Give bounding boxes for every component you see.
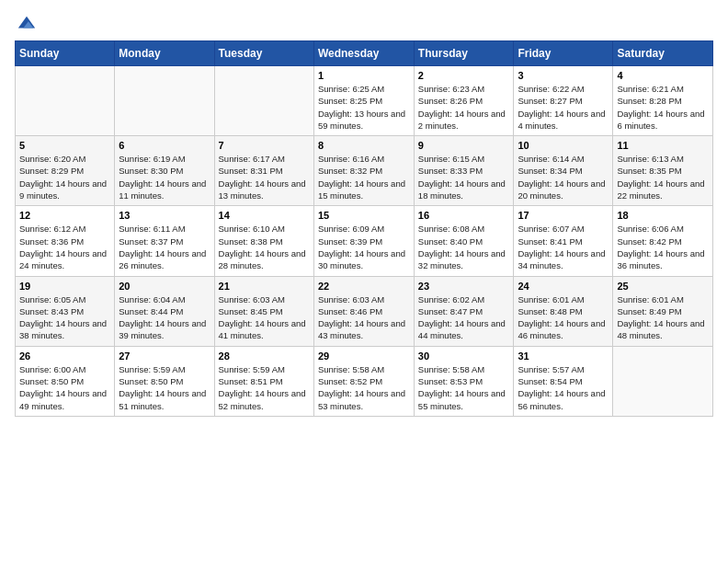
calendar-week-row: 26Sunrise: 6:00 AMSunset: 8:50 PMDayligh… bbox=[16, 346, 713, 416]
daylight-info: Daylight: 14 hours and 22 minutes. bbox=[617, 178, 704, 201]
calendar-day-10: 10Sunrise: 6:14 AMSunset: 8:34 PMDayligh… bbox=[514, 136, 613, 206]
day-number: 11 bbox=[617, 140, 709, 151]
sunset-info: Sunset: 8:46 PM bbox=[318, 306, 382, 316]
day-number: 22 bbox=[318, 281, 410, 292]
sunset-info: Sunset: 8:37 PM bbox=[119, 236, 183, 247]
daylight-info: Daylight: 14 hours and 53 minutes. bbox=[318, 388, 405, 410]
day-info: Sunrise: 5:59 AMSunset: 8:50 PMDaylight:… bbox=[119, 363, 210, 412]
day-info: Sunrise: 6:12 AMSunset: 8:36 PMDaylight:… bbox=[19, 223, 110, 271]
sunrise-info: Sunrise: 5:59 AM bbox=[119, 364, 185, 374]
calendar-day-27: 27Sunrise: 5:59 AMSunset: 8:50 PMDayligh… bbox=[115, 346, 214, 416]
sunset-info: Sunset: 8:28 PM bbox=[617, 96, 681, 106]
sunset-info: Sunset: 8:54 PM bbox=[518, 376, 582, 386]
sunset-info: Sunset: 8:44 PM bbox=[119, 306, 183, 316]
daylight-info: Daylight: 14 hours and 32 minutes. bbox=[418, 248, 506, 270]
day-info: Sunrise: 6:23 AMSunset: 8:26 PMDaylight:… bbox=[418, 83, 510, 132]
calendar-empty-cell bbox=[115, 66, 214, 136]
day-info: Sunrise: 6:22 AMSunset: 8:27 PMDaylight:… bbox=[518, 83, 609, 132]
sunrise-info: Sunrise: 6:12 AM bbox=[19, 224, 85, 234]
daylight-info: Daylight: 14 hours and 46 minutes. bbox=[518, 318, 605, 340]
sunrise-info: Sunrise: 6:23 AM bbox=[418, 84, 484, 94]
daylight-info: Daylight: 14 hours and 9 minutes. bbox=[19, 178, 107, 201]
calendar-day-12: 12Sunrise: 6:12 AMSunset: 8:36 PMDayligh… bbox=[16, 206, 115, 276]
daylight-info: Daylight: 14 hours and 15 minutes. bbox=[318, 178, 405, 201]
calendar-week-row: 1Sunrise: 6:25 AMSunset: 8:25 PMDaylight… bbox=[16, 66, 713, 136]
daylight-info: Daylight: 14 hours and 18 minutes. bbox=[418, 178, 506, 201]
sunrise-info: Sunrise: 6:08 AM bbox=[418, 224, 484, 234]
day-number: 20 bbox=[119, 281, 210, 292]
daylight-info: Daylight: 14 hours and 13 minutes. bbox=[219, 178, 306, 201]
daylight-info: Daylight: 14 hours and 49 minutes. bbox=[19, 388, 107, 410]
day-number: 14 bbox=[219, 210, 310, 221]
sunset-info: Sunset: 8:41 PM bbox=[518, 236, 582, 247]
sunrise-info: Sunrise: 6:07 AM bbox=[518, 224, 584, 234]
sunrise-info: Sunrise: 6:06 AM bbox=[617, 224, 683, 234]
sunrise-info: Sunrise: 6:02 AM bbox=[418, 294, 484, 304]
daylight-info: Daylight: 14 hours and 36 minutes. bbox=[617, 248, 704, 270]
day-number: 24 bbox=[518, 281, 609, 292]
sunrise-info: Sunrise: 6:16 AM bbox=[318, 154, 384, 164]
day-number: 18 bbox=[617, 210, 709, 221]
sunset-info: Sunset: 8:35 PM bbox=[617, 166, 681, 176]
sunset-info: Sunset: 8:50 PM bbox=[119, 376, 183, 386]
sunset-info: Sunset: 8:36 PM bbox=[19, 236, 84, 247]
day-number: 31 bbox=[518, 350, 609, 362]
day-number: 30 bbox=[418, 350, 510, 362]
daylight-info: Daylight: 14 hours and 41 minutes. bbox=[219, 318, 306, 340]
sunrise-info: Sunrise: 6:19 AM bbox=[119, 154, 185, 164]
day-number: 26 bbox=[19, 350, 110, 362]
calendar-day-16: 16Sunrise: 6:08 AMSunset: 8:40 PMDayligh… bbox=[414, 206, 514, 276]
sunrise-info: Sunrise: 5:58 AM bbox=[418, 364, 484, 374]
weekday-header-tuesday: Tuesday bbox=[214, 41, 313, 66]
calendar-day-4: 4Sunrise: 6:21 AMSunset: 8:28 PMDaylight… bbox=[613, 66, 713, 136]
day-number: 5 bbox=[19, 140, 110, 151]
sunrise-info: Sunrise: 6:10 AM bbox=[219, 224, 285, 234]
calendar-week-row: 12Sunrise: 6:12 AMSunset: 8:36 PMDayligh… bbox=[16, 206, 713, 276]
calendar-day-31: 31Sunrise: 5:57 AMSunset: 8:54 PMDayligh… bbox=[514, 346, 613, 416]
calendar-day-13: 13Sunrise: 6:11 AMSunset: 8:37 PMDayligh… bbox=[115, 206, 214, 276]
day-info: Sunrise: 6:04 AMSunset: 8:44 PMDaylight:… bbox=[119, 293, 210, 342]
sunrise-info: Sunrise: 5:58 AM bbox=[318, 364, 384, 374]
day-info: Sunrise: 6:25 AMSunset: 8:25 PMDaylight:… bbox=[318, 83, 410, 132]
daylight-info: Daylight: 14 hours and 34 minutes. bbox=[518, 248, 605, 270]
daylight-info: Daylight: 14 hours and 39 minutes. bbox=[119, 318, 206, 340]
daylight-info: Daylight: 14 hours and 26 minutes. bbox=[119, 248, 206, 270]
day-number: 15 bbox=[318, 210, 410, 221]
calendar-day-24: 24Sunrise: 6:01 AMSunset: 8:48 PMDayligh… bbox=[514, 276, 613, 346]
day-number: 10 bbox=[518, 140, 609, 151]
day-info: Sunrise: 6:13 AMSunset: 8:35 PMDaylight:… bbox=[617, 153, 709, 201]
day-info: Sunrise: 6:07 AMSunset: 8:41 PMDaylight:… bbox=[518, 223, 609, 271]
sunset-info: Sunset: 8:52 PM bbox=[318, 376, 382, 386]
day-info: Sunrise: 6:01 AMSunset: 8:48 PMDaylight:… bbox=[518, 293, 609, 342]
weekday-header-thursday: Thursday bbox=[414, 41, 514, 66]
day-number: 17 bbox=[518, 210, 609, 221]
daylight-info: Daylight: 14 hours and 11 minutes. bbox=[119, 178, 206, 201]
day-info: Sunrise: 6:00 AMSunset: 8:50 PMDaylight:… bbox=[19, 363, 110, 412]
day-info: Sunrise: 6:06 AMSunset: 8:42 PMDaylight:… bbox=[617, 223, 709, 271]
sunset-info: Sunset: 8:40 PM bbox=[418, 236, 483, 247]
day-info: Sunrise: 6:20 AMSunset: 8:29 PMDaylight:… bbox=[19, 153, 110, 201]
daylight-info: Daylight: 14 hours and 6 minutes. bbox=[617, 109, 704, 131]
calendar-day-3: 3Sunrise: 6:22 AMSunset: 8:27 PMDaylight… bbox=[514, 66, 613, 136]
sunrise-info: Sunrise: 6:14 AM bbox=[518, 154, 584, 164]
day-info: Sunrise: 5:59 AMSunset: 8:51 PMDaylight:… bbox=[219, 363, 310, 412]
sunset-info: Sunset: 8:53 PM bbox=[418, 376, 483, 386]
day-number: 4 bbox=[617, 70, 709, 81]
calendar-day-30: 30Sunrise: 5:58 AMSunset: 8:53 PMDayligh… bbox=[414, 346, 514, 416]
sunset-info: Sunset: 8:39 PM bbox=[318, 236, 382, 247]
calendar-day-17: 17Sunrise: 6:07 AMSunset: 8:41 PMDayligh… bbox=[514, 206, 613, 276]
day-number: 8 bbox=[318, 140, 410, 151]
sunrise-info: Sunrise: 6:00 AM bbox=[19, 364, 85, 374]
calendar-empty-cell bbox=[214, 66, 313, 136]
sunrise-info: Sunrise: 6:20 AM bbox=[19, 154, 85, 164]
calendar-day-22: 22Sunrise: 6:03 AMSunset: 8:46 PMDayligh… bbox=[313, 276, 414, 346]
sunset-info: Sunset: 8:50 PM bbox=[19, 376, 84, 386]
sunrise-info: Sunrise: 6:01 AM bbox=[518, 294, 584, 304]
day-info: Sunrise: 6:09 AMSunset: 8:39 PMDaylight:… bbox=[318, 223, 410, 271]
sunset-info: Sunset: 8:31 PM bbox=[219, 166, 283, 176]
daylight-info: Daylight: 14 hours and 38 minutes. bbox=[19, 318, 107, 340]
daylight-info: Daylight: 14 hours and 30 minutes. bbox=[318, 248, 405, 270]
day-info: Sunrise: 6:01 AMSunset: 8:49 PMDaylight:… bbox=[617, 293, 709, 342]
calendar-day-1: 1Sunrise: 6:25 AMSunset: 8:25 PMDaylight… bbox=[313, 66, 414, 136]
day-info: Sunrise: 6:16 AMSunset: 8:32 PMDaylight:… bbox=[318, 153, 410, 201]
